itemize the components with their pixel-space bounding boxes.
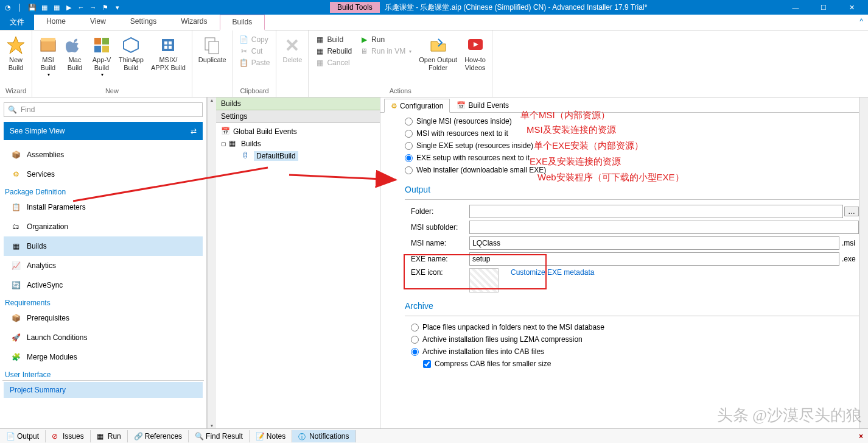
tree-global-build-events[interactable]: 📅Global Build Events	[220, 126, 376, 138]
cut-button[interactable]: ✂Cut	[237, 46, 273, 57]
exe-icon-row: EXE icon: Customize EXE metadata	[405, 268, 859, 292]
nav-activesync[interactable]: 🔄ActiveSync	[4, 275, 203, 295]
msi-subfolder-input[interactable]	[469, 221, 859, 234]
see-simple-view-button[interactable]: See Simple View⇄	[4, 122, 203, 140]
tab-home[interactable]: Home	[34, 15, 78, 30]
build-button[interactable]: ▦Build	[312, 34, 354, 45]
nav-assemblies[interactable]: 📦Assemblies	[4, 145, 203, 165]
tree-builds-node[interactable]: ▢▦Builds	[220, 138, 376, 150]
run-button[interactable]: ▶Run	[357, 34, 414, 45]
bottom-tabs: 📄Output ⊘Issues ▦Run 🔗References 🔍Find R…	[0, 428, 868, 443]
run-in-vm-button[interactable]: 🖥Run in VM▾	[357, 46, 414, 57]
ribbon-group-wizard: New Build Wizard	[0, 30, 32, 97]
appv-build-button[interactable]: App-V Build▾	[89, 34, 114, 79]
bottom-tab-notifications[interactable]: ⓘNotifications	[292, 430, 355, 442]
nav-merge-modules[interactable]: 🧩Merge Modules	[4, 347, 203, 367]
svg-rect-4	[102, 38, 109, 44]
detail-scrollbar[interactable]	[859, 97, 868, 428]
copy-button[interactable]: 📄Copy	[237, 34, 273, 45]
main-area: 🔍Find See Simple View⇄ 📦Assemblies ⚙Serv…	[0, 97, 868, 428]
msi-build-button[interactable]: MSI Build▾	[36, 34, 60, 79]
bottom-tab-output[interactable]: 📄Output	[0, 430, 46, 442]
bottom-tab-issues[interactable]: ⊘Issues	[46, 430, 91, 442]
exe-name-input[interactable]	[469, 252, 839, 266]
paste-button[interactable]: 📋Paste	[237, 57, 273, 68]
nav-project-summary[interactable]: Project Summary	[4, 382, 203, 398]
tab-configuration[interactable]: ⚙Configuration	[384, 99, 450, 113]
nav-organization[interactable]: 🗂Organization	[4, 217, 203, 236]
bottom-tab-references[interactable]: 🔗References	[128, 430, 189, 442]
build-details-panel: ⚙Configuration 📅Build Events Single MSI …	[380, 97, 868, 428]
nav-prerequisites[interactable]: 📦Prerequisites	[4, 308, 203, 328]
tab-file[interactable]: 文件	[0, 15, 34, 30]
radio-msi-next[interactable]: MSI with resources next to it	[405, 127, 859, 140]
folder-row: Folder: …	[405, 205, 859, 218]
bottom-tab-run[interactable]: ▦Run	[91, 430, 128, 442]
rebuild-button[interactable]: ▦Rebuild	[312, 46, 354, 57]
howto-videos-button[interactable]: How-to Videos	[462, 34, 488, 73]
bottom-tab-find-result[interactable]: 🔍Find Result	[189, 430, 250, 442]
qat-grid-icon[interactable]: ▦	[39, 2, 50, 13]
radio-archive-lzma[interactable]: Archive installation files using LZMA co…	[405, 333, 859, 346]
tab-builds[interactable]: Builds	[220, 15, 265, 30]
svg-rect-3	[94, 38, 101, 44]
radio-exe-next[interactable]: EXE setup with resources next to it	[405, 152, 859, 164]
open-output-folder-button[interactable]: Open Output Folder	[416, 34, 460, 73]
qat-icon[interactable]: ◔	[2, 2, 13, 13]
folder-browse-button[interactable]: …	[844, 207, 859, 216]
collapse-icon[interactable]: ▢	[221, 141, 226, 147]
minimize-button[interactable]: —	[782, 0, 810, 15]
folder-input[interactable]	[469, 205, 843, 218]
customize-exe-metadata-link[interactable]: Customize EXE metadata	[511, 268, 594, 277]
msi-name-input[interactable]	[469, 236, 839, 250]
bottom-tab-notes[interactable]: 📝Notes	[250, 430, 292, 442]
radio-single-msi[interactable]: Single MSI (resources inside)	[405, 115, 859, 127]
contextual-tab-build-tools[interactable]: Build Tools	[330, 2, 380, 13]
title-bar: ◔ │ 💾 ▦ ▦ ▶ ← → ⚑ ▾ Build Tools 乐趣课堂 - 乐…	[0, 0, 868, 15]
nav-header-ui: User Interface	[2, 367, 204, 381]
ribbon-collapse-icon[interactable]: ^	[855, 15, 868, 30]
qat-fwd-icon[interactable]: →	[88, 2, 99, 13]
nav-services[interactable]: ⚙Services	[4, 165, 203, 184]
exe-icon-preview[interactable]	[469, 268, 499, 292]
radio-archive-unpacked[interactable]: Place files unpacked in folders next to …	[405, 321, 859, 333]
qat-back-icon[interactable]: ←	[75, 2, 86, 13]
qat-play-icon[interactable]: ▶	[63, 2, 74, 13]
svg-marker-0	[7, 37, 24, 54]
annotation-3: 单个EXE安装（内部资源）	[534, 140, 643, 152]
new-build-button[interactable]: New Build	[4, 34, 28, 73]
configuration-form: Single MSI (resources inside) MSI with r…	[380, 113, 859, 376]
nav-launch-conditions[interactable]: 🚀Launch Conditions	[4, 328, 203, 347]
nav-header-package-definition: Package Definition	[2, 184, 204, 197]
tab-view[interactable]: View	[78, 15, 118, 30]
thinapp-build-button[interactable]: ThinApp Build	[116, 34, 146, 73]
radio-archive-cab[interactable]: Archive installation files into CAB file…	[405, 346, 859, 358]
tab-wizards[interactable]: Wizards	[169, 15, 219, 30]
gear-icon: ⚙	[391, 102, 397, 110]
msix-build-button[interactable]: MSIX/ APPX Build	[149, 34, 188, 73]
delete-button[interactable]: Delete	[280, 34, 304, 65]
exe-name-row: EXE name: .exe	[405, 252, 859, 266]
svg-rect-10	[209, 41, 219, 54]
bottom-close-button[interactable]: ×	[854, 432, 868, 441]
nav-builds[interactable]: ▦Builds	[4, 236, 203, 256]
tree-default-build[interactable]: 🛢DefaultBuild	[220, 150, 376, 162]
qat-dd-icon[interactable]: ▾	[112, 2, 123, 13]
find-input[interactable]: 🔍Find	[4, 102, 203, 117]
maximize-button[interactable]: ☐	[810, 0, 838, 15]
nav-install-parameters[interactable]: 📋Install Parameters	[4, 197, 203, 217]
qat-flag-icon[interactable]: ⚑	[100, 2, 111, 13]
close-button[interactable]: ✕	[838, 0, 866, 15]
nav-scrollbar[interactable]	[207, 97, 216, 428]
tab-settings[interactable]: Settings	[118, 15, 169, 30]
duplicate-button[interactable]: Duplicate	[196, 34, 229, 65]
qat-grid2-icon[interactable]: ▦	[51, 2, 62, 13]
ribbon-group-actions: ▦Build ▦Rebuild ▦Cancel ▶Run 🖥Run in VM▾…	[309, 30, 492, 97]
tab-build-events[interactable]: 📅Build Events	[450, 99, 516, 112]
mac-build-button[interactable]: Mac Build	[63, 34, 87, 73]
window-title: 乐趣课堂 - 乐趣课堂.aip (Chinese (Simplified) CN…	[385, 2, 647, 13]
cancel-button[interactable]: ▦Cancel	[312, 57, 354, 68]
nav-analytics[interactable]: 📈Analytics	[4, 256, 203, 275]
qat-save-icon[interactable]: 💾	[27, 2, 38, 13]
check-compress-cab[interactable]: Compress CAB files for smaller size	[405, 358, 859, 370]
